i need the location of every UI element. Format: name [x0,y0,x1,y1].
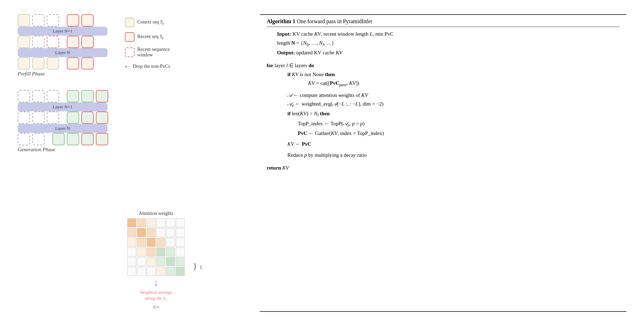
kv-pvc-text: KV ← PvC [287,141,311,147]
for-keyword: for [267,63,273,68]
algo-ae-compute: 𝒜e ← weighted_avg(𝒜[−L :, : −L], dim = −… [267,100,619,109]
att-cell-2-0 [127,238,136,247]
do-keyword: do [309,63,314,68]
if-keyword-1: if [287,72,291,77]
att-cell-5-5 [176,267,185,276]
att-cell-5-3 [156,267,165,276]
token-dashed-3 [32,36,45,48]
att-cell-0-0 [127,218,136,227]
att-cell-1-5 [176,228,185,237]
output-text: updated KV cache KV [296,50,342,55]
att-cell-0-3 [156,218,165,227]
algo-input-line: Input: KV cache KV, recent window length… [267,30,619,39]
algo-for-line: for layer l ∈ layers do [267,61,619,70]
attention-column: Attention weights [125,211,187,312]
then-keyword-2: then [320,111,330,116]
token-recent-6 [81,57,94,70]
prefill-label: Prefill Phase [18,71,121,77]
gen-dashed-4 [18,111,30,124]
legend-context: Conext seq Sc [125,18,194,27]
algo-pvc-line: PvC ← Gather(KV, index = TopP_index) [267,129,619,138]
main-container: Layer N+1 Layer N [11,7,633,319]
att-cell-0-4 [166,218,175,227]
token-row-bottom-prefill [18,57,121,70]
output-keyword: Output: [277,50,295,55]
then-keyword-1: then [325,72,335,77]
att-cell-1-2 [147,228,156,237]
gen-section: Layer N+1 Layer N [18,90,121,153]
reduce-text: Reduce p by multiplying a decay ratio [287,152,367,158]
legend-recent-box [125,32,135,42]
token-recent-2 [81,14,94,27]
token-context-5 [47,57,59,70]
layer-bar-n-gen: Layer N [18,124,108,133]
gen-dashed-5 [32,111,45,124]
for-text: layer l ∈ layers [275,63,309,68]
att-cell-3-4 [166,247,175,256]
att-cell-0-5 [176,218,185,227]
algo-kv-pvc: KV ← PvC [267,140,619,149]
input-text: KV cache KV, recent window length L, min… [293,31,394,37]
gen-token-row-3 [18,133,121,145]
gen-dashed-1 [18,90,30,102]
legend-window: Recent sequencewindow [125,47,194,58]
att-cell-3-3 [156,247,165,256]
generation-label: Generation Phase [18,147,121,153]
algo-input-line2: length N = {N0, …, Nl, …} [267,39,619,48]
att-cell-1-0 [127,228,136,237]
att-cell-3-2 [147,247,156,256]
att-cell-0-2 [147,218,156,227]
algo-topp-line: TopP_index ← TopP(𝒜e, p = p) [267,119,619,129]
algo-return-line: return KV [267,164,619,173]
if-kv-text: KV is not None [292,72,325,77]
legend-window-text: Recent sequencewindow [137,47,170,58]
token-context-4 [32,57,45,70]
layer-bar-n-prefill: Layer N [18,48,108,57]
att-cell-4-0 [127,257,136,266]
att-cell-2-3 [156,238,165,247]
gen-green-1 [67,90,79,102]
gen-green-5 [67,133,79,145]
layer-bar-n1-gen: Layer N+1 [18,102,108,111]
input-text2: length N = {N0, …, Nl, …} [277,40,334,46]
ae-compute-text: 𝒜e ← weighted_avg(𝒜[−L :, : −L], dim = −… [287,101,384,107]
attention-title: Attention weights [139,211,173,216]
gen-green-recent-5 [96,133,108,145]
topp-text: TopP_index ← TopP(𝒜e, p = p) [298,121,365,126]
att-cell-5-1 [137,267,146,276]
token-context-1 [18,14,30,27]
att-cell-4-4 [166,257,175,266]
attention-area: Attention weights [125,211,253,312]
gen-green-recent-2 [81,111,94,124]
prefill-section: Layer N+1 Layer N [18,14,121,77]
legend-context-box [125,18,135,27]
l-brace: } [193,256,197,276]
phases-column: Layer N+1 Layer N [18,14,121,315]
att-cell-2-4 [166,238,175,247]
att-cell-2-1 [137,238,146,247]
gen-dashed-2 [32,90,45,102]
layer-bar-n1-prefill: Layer N+1 [18,27,108,36]
att-cell-4-2 [147,257,156,266]
token-row-top [18,14,121,27]
gen-green-recent-3 [96,111,108,124]
legend-recent-text: Recent seq Sr [137,34,164,40]
token-row-mid [18,36,121,48]
algo-reduce-line: Reduce p by multiplying a decay ratio [267,151,619,160]
token-dashed-2 [47,14,59,27]
att-cell-4-3 [156,257,165,266]
algo-title: Algorithm 1 One forward pass in PyramidI… [267,18,619,27]
gen-green-3 [67,111,79,124]
token-context-2 [18,36,30,48]
legend-drop: ⇠ Drop the non-PvCs [125,63,194,70]
right-panel: Algorithm 1 One forward pass in PyramidI… [260,14,626,312]
token-context-3 [18,57,30,70]
att-cell-3-5 [176,247,185,256]
att-cell-2-5 [176,238,185,247]
att-cell-1-1 [137,228,146,237]
if-keyword-2: if [287,111,291,116]
token-recent-3 [67,36,79,48]
gen-dashed-7 [18,133,30,145]
token-dashed-red-1 [47,36,59,48]
att-cell-3-0 [127,247,136,256]
